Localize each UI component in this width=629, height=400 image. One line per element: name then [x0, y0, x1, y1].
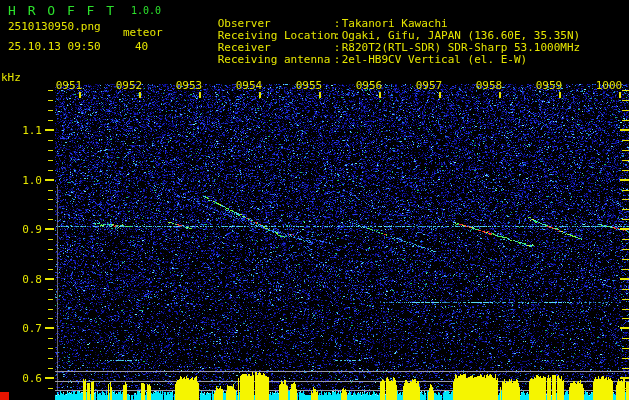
time-label: 0954: [225, 79, 273, 92]
colon: :: [334, 54, 342, 66]
freq-label: 1.0: [0, 174, 42, 187]
station-info: Observer:Takanori Kawachi Receiving Loca…: [178, 6, 580, 54]
output-filename: 2510130950.png: [8, 20, 101, 33]
freq-label: 0.8: [0, 273, 42, 286]
time-label: 0952: [105, 79, 153, 92]
freq-label: 1.1: [0, 124, 42, 137]
echo-count: 40: [135, 40, 148, 53]
time-label: 0951: [45, 79, 93, 92]
freq-label: 0.7: [0, 322, 42, 335]
time-label: 0958: [465, 79, 513, 92]
mode-label: meteor: [123, 26, 163, 39]
hrofft-window: H R O F F T 1.0.0 2510130950.png meteor …: [0, 0, 629, 400]
time-label: 0959: [525, 79, 573, 92]
app-title: H R O F F T: [8, 3, 116, 18]
time-label: 0957: [405, 79, 453, 92]
date-time: 25.10.13 09:50: [8, 40, 101, 53]
time-label: 0956: [345, 79, 393, 92]
info-label: Receiving antenna: [218, 54, 334, 66]
time-label: 0953: [165, 79, 213, 92]
info-value: 2el-HB9CV Vertical (el. E-W): [342, 53, 527, 66]
info-row-observer: Observer:Takanori Kawachi: [178, 6, 580, 18]
time-label: 0955: [285, 79, 333, 92]
freq-label: 0.9: [0, 223, 42, 236]
freq-unit-label: kHz: [1, 71, 21, 84]
app-version: 1.0.0: [131, 5, 161, 16]
time-label: 1000: [585, 79, 629, 92]
freq-label: 0.6: [0, 372, 42, 385]
